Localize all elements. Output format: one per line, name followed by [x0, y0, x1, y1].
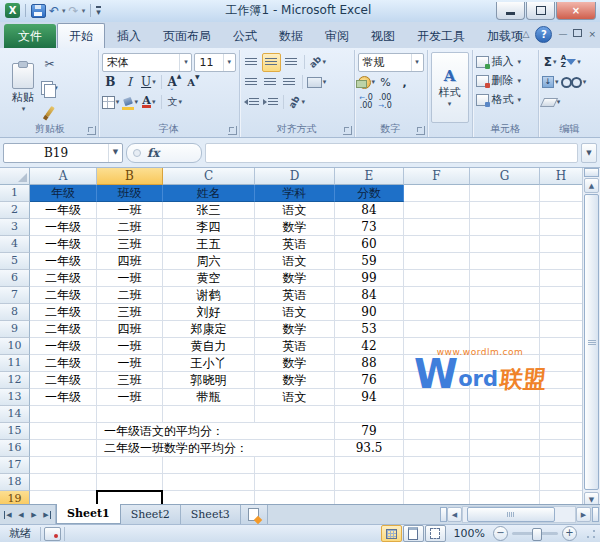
next-sheet-icon[interactable]: ▶: [28, 508, 40, 521]
combo-arrow-icon[interactable]: ▾: [223, 54, 235, 71]
tab-split-handle[interactable]: [440, 507, 447, 522]
copy-button[interactable]: [41, 79, 58, 96]
row-header-17[interactable]: 17: [0, 457, 30, 474]
cell-C8[interactable]: 刘好: [163, 304, 255, 321]
delete-cells-button[interactable]: 删除: [476, 71, 535, 90]
cell-E17[interactable]: [335, 457, 404, 474]
cell-B11[interactable]: 一班: [97, 355, 163, 372]
cell-A13[interactable]: 一年级: [30, 389, 97, 406]
cell-G18[interactable]: [470, 474, 540, 491]
cell-styles-button[interactable]: A 样式 ▾: [431, 52, 469, 123]
cell-A15[interactable]: [30, 423, 97, 440]
page-layout-view-button[interactable]: [403, 525, 424, 542]
combo-arrow-icon[interactable]: ▾: [179, 54, 191, 71]
cell-F15[interactable]: [404, 423, 470, 440]
cell-A11[interactable]: 二年级: [30, 355, 97, 372]
cell-B4[interactable]: 三班: [97, 236, 163, 253]
scroll-up-icon[interactable]: ▲: [584, 178, 599, 193]
decrease-decimal-button[interactable]: .00→.0: [377, 94, 394, 111]
insert-worksheet-button[interactable]: [241, 505, 268, 524]
cell-E5[interactable]: 59: [335, 253, 404, 270]
page-break-view-button[interactable]: [425, 525, 446, 542]
cell-D18[interactable]: [255, 474, 335, 491]
name-box[interactable]: B19 ▼: [3, 143, 123, 163]
cell-H19[interactable]: [540, 491, 583, 504]
row-header-6[interactable]: 6: [0, 270, 30, 287]
cell-H15[interactable]: [540, 423, 583, 440]
cell-D2[interactable]: 语文: [255, 202, 335, 219]
horizontal-scroll-thumb[interactable]: [467, 507, 555, 522]
combo-arrow-icon[interactable]: ▾: [411, 54, 423, 71]
cell-H8[interactable]: [540, 304, 583, 321]
font-name-combo[interactable]: 宋体▾: [102, 53, 193, 72]
cell-A6[interactable]: 二年级: [30, 270, 97, 287]
select-all-corner[interactable]: [0, 168, 30, 185]
cell-E19[interactable]: [335, 491, 404, 504]
cell-E9[interactable]: 53: [335, 321, 404, 338]
row-header-8[interactable]: 8: [0, 304, 30, 321]
row-header-14[interactable]: 14: [0, 406, 30, 423]
cell-E16[interactable]: 93.5: [335, 440, 404, 457]
cell-A14[interactable]: [30, 406, 97, 423]
row-header-10[interactable]: 10: [0, 338, 30, 355]
normal-view-button[interactable]: [381, 525, 402, 542]
phonetic-guide-button[interactable]: 文: [166, 94, 183, 111]
cell-C7[interactable]: 谢鹤: [163, 287, 255, 304]
dialog-launcher-icon[interactable]: [228, 126, 237, 135]
zoom-slider[interactable]: [512, 532, 558, 535]
minimize-button[interactable]: [496, 2, 525, 20]
scroll-left-icon[interactable]: ◀: [447, 507, 462, 522]
column-header-E[interactable]: E: [335, 168, 404, 185]
italic-button[interactable]: I: [121, 74, 138, 91]
macro-record-icon[interactable]: [44, 527, 61, 541]
cell-C1[interactable]: 姓名: [163, 185, 255, 202]
cell-H16[interactable]: [540, 440, 583, 457]
cell-G8[interactable]: [470, 304, 540, 321]
cell-D10[interactable]: 英语: [255, 338, 335, 355]
cell-F9[interactable]: [404, 321, 470, 338]
column-header-D[interactable]: D: [255, 168, 335, 185]
cell-F3[interactable]: [404, 219, 470, 236]
name-box-arrow-icon[interactable]: ▼: [108, 144, 122, 162]
cell-G5[interactable]: [470, 253, 540, 270]
tab-developer[interactable]: 开发工具: [406, 24, 476, 48]
cell-A8[interactable]: 二年级: [30, 304, 97, 321]
row-header-2[interactable]: 2: [0, 202, 30, 219]
cell-D6[interactable]: 数学: [255, 270, 335, 287]
cell-E3[interactable]: 73: [335, 219, 404, 236]
cell-G15[interactable]: [470, 423, 540, 440]
vertical-scroll-thumb[interactable]: [584, 194, 599, 490]
comma-style-button[interactable]: ,: [396, 74, 413, 91]
cell-F5[interactable]: [404, 253, 470, 270]
cell-B16[interactable]: 二年级一班数学的平均分：: [97, 440, 335, 457]
scroll-down-icon[interactable]: ▼: [584, 492, 599, 504]
top-align-button[interactable]: [243, 54, 260, 71]
fill-button[interactable]: ↓: [542, 74, 559, 91]
column-header-A[interactable]: A: [30, 168, 97, 185]
collapse-ribbon-icon[interactable]: △: [523, 29, 530, 39]
cell-E1[interactable]: 分数: [335, 185, 404, 202]
cell-B9[interactable]: 四班: [97, 321, 163, 338]
align-center-button[interactable]: [262, 74, 279, 91]
scroll-right-icon[interactable]: ▶: [576, 507, 591, 522]
wrap-text-button[interactable]: ab: [288, 94, 305, 111]
cell-F4[interactable]: [404, 236, 470, 253]
cell-H7[interactable]: [540, 287, 583, 304]
cell-D5[interactable]: 语文: [255, 253, 335, 270]
dialog-launcher-icon[interactable]: [416, 126, 425, 135]
row-header-1[interactable]: 1: [0, 185, 30, 202]
cell-D12[interactable]: 数学: [255, 372, 335, 389]
row-header-12[interactable]: 12: [0, 372, 30, 389]
cell-B3[interactable]: 二班: [97, 219, 163, 236]
row-header-11[interactable]: 11: [0, 355, 30, 372]
dialog-launcher-icon[interactable]: [343, 126, 352, 135]
ribbon-minimize-icon[interactable]: —: [558, 28, 567, 40]
save-icon[interactable]: [31, 4, 46, 18]
row-header-3[interactable]: 3: [0, 219, 30, 236]
cell-A3[interactable]: 一年级: [30, 219, 97, 236]
cut-button[interactable]: ✂: [41, 56, 58, 73]
row-header-13[interactable]: 13: [0, 389, 30, 406]
tab-sheet1[interactable]: Sheet1: [56, 504, 121, 524]
h-split-handle[interactable]: [592, 507, 599, 522]
percent-style-button[interactable]: %: [377, 74, 394, 91]
